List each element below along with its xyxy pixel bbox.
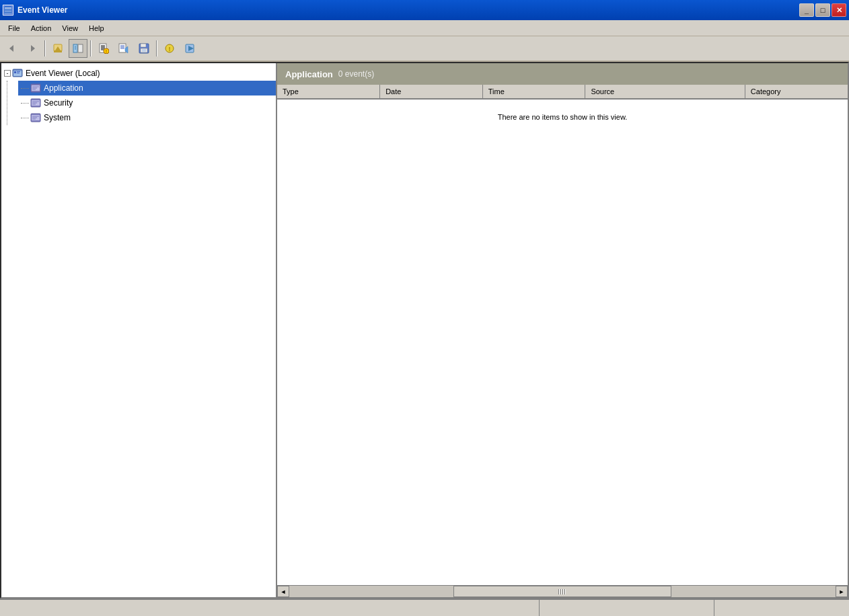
security-label: Security	[44, 98, 73, 108]
tree-connector	[21, 88, 29, 89]
root-label: Event Viewer (Local)	[26, 69, 100, 78]
svg-rect-1	[5, 7, 11, 9]
main-area: - Event Viewer (Local)	[0, 62, 849, 599]
expand-button[interactable]: -	[4, 70, 11, 77]
tree-root-item[interactable]: - Event Viewer (Local)	[1, 66, 276, 81]
col-date[interactable]: Date	[380, 85, 483, 99]
maximize-button[interactable]: □	[815, 3, 830, 17]
back-button[interactable]	[3, 39, 22, 58]
toolbar: ! !	[0, 36, 849, 62]
title-bar: Event Viewer _ □ ✕	[0, 0, 849, 20]
properties-button[interactable]	[180, 39, 199, 58]
show-hide-button[interactable]	[69, 39, 87, 58]
title-bar-left: Event Viewer	[3, 5, 67, 15]
events-table: Type Date Time Source Category There are…	[277, 85, 848, 134]
svg-text:!: !	[169, 46, 171, 52]
system-label: System	[44, 113, 71, 122]
menu-file[interactable]: File	[3, 23, 26, 34]
save-button[interactable]	[135, 39, 153, 58]
action-button[interactable]: !	[160, 39, 179, 58]
app-icon	[3, 5, 13, 15]
application-icon	[30, 83, 41, 93]
app-window: Event Viewer _ □ ✕ File Action View Help	[0, 0, 849, 616]
col-category[interactable]: Category	[745, 85, 848, 99]
status-bar	[0, 599, 849, 616]
col-type[interactable]: Type	[277, 85, 380, 99]
svg-rect-28	[141, 44, 146, 47]
scroll-grip	[558, 589, 566, 594]
window-controls: _ □ ✕	[799, 3, 846, 17]
tree-item-application[interactable]: Application	[18, 81, 276, 95]
scroll-right-button[interactable]: ►	[836, 586, 848, 597]
scroll-track[interactable]	[289, 586, 836, 597]
root-icon	[12, 68, 23, 79]
status-section-1	[0, 600, 540, 616]
tree-connector	[21, 103, 29, 104]
svg-rect-11	[78, 44, 83, 52]
col-source[interactable]: Source	[585, 85, 745, 99]
panel-title: Application	[285, 69, 333, 79]
svg-rect-2	[5, 9, 11, 11]
svg-rect-38	[17, 71, 20, 72]
menu-action[interactable]: Action	[26, 23, 57, 34]
svg-rect-39	[17, 73, 20, 73]
tree-children: Application Security	[7, 81, 276, 125]
svg-marker-5	[9, 45, 13, 52]
scroll-thumb[interactable]	[453, 586, 672, 597]
security-icon	[30, 98, 41, 108]
svg-rect-10	[73, 44, 77, 52]
status-section-2	[540, 600, 714, 616]
tree-connector	[21, 118, 29, 118]
menu-bar: File Action View Help	[0, 20, 849, 36]
toolbar-separator-2	[90, 40, 91, 56]
panel-header: Application 0 event(s)	[277, 63, 848, 85]
svg-rect-9	[54, 50, 62, 52]
minimize-button[interactable]: _	[799, 3, 814, 17]
forward-button[interactable]	[23, 39, 42, 58]
svg-rect-30	[142, 49, 146, 52]
col-time[interactable]: Time	[482, 85, 585, 99]
events-table-container[interactable]: Type Date Time Source Category There are…	[277, 85, 848, 585]
svg-text:!: !	[106, 49, 107, 54]
app-title: Event Viewer	[17, 5, 67, 15]
tree-item-system[interactable]: System	[18, 110, 276, 125]
menu-view[interactable]: View	[57, 23, 83, 34]
svg-rect-3	[5, 11, 11, 13]
svg-rect-4	[5, 13, 11, 13]
system-icon	[30, 112, 41, 123]
toolbar-separator-1	[44, 40, 46, 56]
status-section-3	[714, 600, 849, 616]
close-button[interactable]: ✕	[832, 3, 846, 17]
right-panel: Application 0 event(s) Type Date Time So…	[277, 63, 848, 597]
new-log-button[interactable]: !	[94, 39, 113, 58]
panel-event-count: 0 event(s)	[338, 69, 374, 79]
up-button[interactable]	[48, 39, 67, 58]
menu-help[interactable]: Help	[83, 23, 110, 34]
svg-rect-37	[14, 71, 16, 73]
tree-panel: - Event Viewer (Local)	[1, 63, 277, 597]
toolbar-separator-3	[156, 40, 157, 56]
horizontal-scrollbar[interactable]: ◄ ►	[277, 585, 848, 597]
open-button[interactable]	[114, 39, 133, 58]
scroll-left-button[interactable]: ◄	[277, 586, 289, 597]
application-label: Application	[44, 83, 83, 93]
empty-message: There are no items to show in this view.	[277, 100, 848, 134]
svg-marker-6	[31, 45, 35, 52]
tree-item-security[interactable]: Security	[18, 95, 276, 110]
